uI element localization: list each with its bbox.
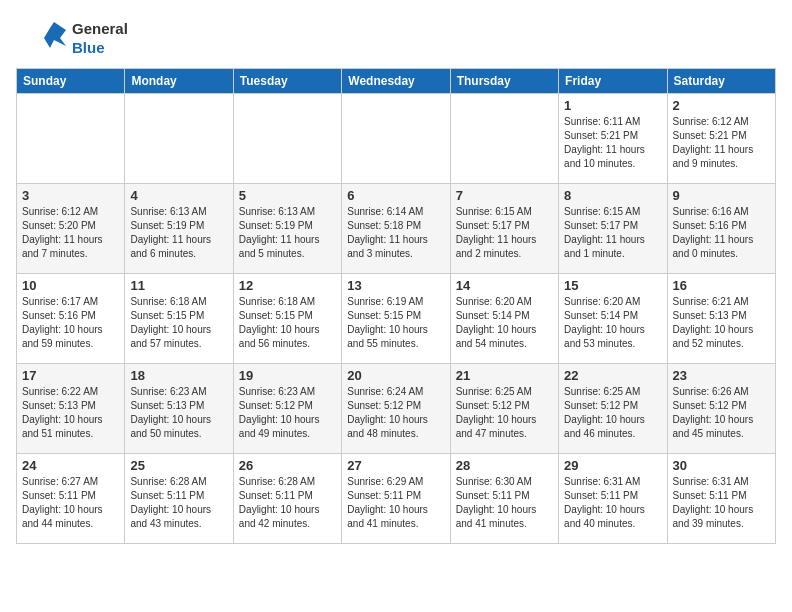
day-number: 27 <box>347 458 444 473</box>
calendar-cell: 24Sunrise: 6:27 AM Sunset: 5:11 PM Dayli… <box>17 454 125 544</box>
calendar-cell: 15Sunrise: 6:20 AM Sunset: 5:14 PM Dayli… <box>559 274 667 364</box>
weekday-saturday: Saturday <box>667 69 775 94</box>
calendar-cell: 22Sunrise: 6:25 AM Sunset: 5:12 PM Dayli… <box>559 364 667 454</box>
calendar-cell: 11Sunrise: 6:18 AM Sunset: 5:15 PM Dayli… <box>125 274 233 364</box>
weekday-monday: Monday <box>125 69 233 94</box>
day-number: 14 <box>456 278 553 293</box>
day-number: 12 <box>239 278 336 293</box>
calendar-week-5: 24Sunrise: 6:27 AM Sunset: 5:11 PM Dayli… <box>17 454 776 544</box>
calendar-cell: 7Sunrise: 6:15 AM Sunset: 5:17 PM Daylig… <box>450 184 558 274</box>
calendar-cell: 25Sunrise: 6:28 AM Sunset: 5:11 PM Dayli… <box>125 454 233 544</box>
logo: GeneralBlue <box>16 16 128 60</box>
day-number: 5 <box>239 188 336 203</box>
day-info: Sunrise: 6:20 AM Sunset: 5:14 PM Dayligh… <box>456 295 553 351</box>
day-info: Sunrise: 6:29 AM Sunset: 5:11 PM Dayligh… <box>347 475 444 531</box>
day-info: Sunrise: 6:12 AM Sunset: 5:20 PM Dayligh… <box>22 205 119 261</box>
day-number: 8 <box>564 188 661 203</box>
day-info: Sunrise: 6:25 AM Sunset: 5:12 PM Dayligh… <box>564 385 661 441</box>
calendar-cell <box>17 94 125 184</box>
logo-blue: Blue <box>72 38 128 58</box>
day-info: Sunrise: 6:18 AM Sunset: 5:15 PM Dayligh… <box>239 295 336 351</box>
weekday-header-row: SundayMondayTuesdayWednesdayThursdayFrid… <box>17 69 776 94</box>
calendar-cell: 14Sunrise: 6:20 AM Sunset: 5:14 PM Dayli… <box>450 274 558 364</box>
day-number: 28 <box>456 458 553 473</box>
day-info: Sunrise: 6:17 AM Sunset: 5:16 PM Dayligh… <box>22 295 119 351</box>
day-info: Sunrise: 6:15 AM Sunset: 5:17 PM Dayligh… <box>564 205 661 261</box>
day-info: Sunrise: 6:22 AM Sunset: 5:13 PM Dayligh… <box>22 385 119 441</box>
svg-marker-0 <box>44 22 66 48</box>
day-number: 9 <box>673 188 770 203</box>
calendar-week-4: 17Sunrise: 6:22 AM Sunset: 5:13 PM Dayli… <box>17 364 776 454</box>
day-number: 26 <box>239 458 336 473</box>
calendar-week-1: 1Sunrise: 6:11 AM Sunset: 5:21 PM Daylig… <box>17 94 776 184</box>
day-number: 20 <box>347 368 444 383</box>
calendar-week-2: 3Sunrise: 6:12 AM Sunset: 5:20 PM Daylig… <box>17 184 776 274</box>
day-number: 30 <box>673 458 770 473</box>
day-number: 19 <box>239 368 336 383</box>
day-info: Sunrise: 6:16 AM Sunset: 5:16 PM Dayligh… <box>673 205 770 261</box>
day-info: Sunrise: 6:26 AM Sunset: 5:12 PM Dayligh… <box>673 385 770 441</box>
weekday-thursday: Thursday <box>450 69 558 94</box>
page-header: GeneralBlue <box>16 16 776 60</box>
day-info: Sunrise: 6:20 AM Sunset: 5:14 PM Dayligh… <box>564 295 661 351</box>
day-number: 1 <box>564 98 661 113</box>
calendar-cell: 3Sunrise: 6:12 AM Sunset: 5:20 PM Daylig… <box>17 184 125 274</box>
day-info: Sunrise: 6:23 AM Sunset: 5:13 PM Dayligh… <box>130 385 227 441</box>
calendar-cell: 16Sunrise: 6:21 AM Sunset: 5:13 PM Dayli… <box>667 274 775 364</box>
calendar-cell: 8Sunrise: 6:15 AM Sunset: 5:17 PM Daylig… <box>559 184 667 274</box>
day-info: Sunrise: 6:31 AM Sunset: 5:11 PM Dayligh… <box>673 475 770 531</box>
day-number: 15 <box>564 278 661 293</box>
day-info: Sunrise: 6:25 AM Sunset: 5:12 PM Dayligh… <box>456 385 553 441</box>
weekday-wednesday: Wednesday <box>342 69 450 94</box>
day-info: Sunrise: 6:31 AM Sunset: 5:11 PM Dayligh… <box>564 475 661 531</box>
calendar-cell: 6Sunrise: 6:14 AM Sunset: 5:18 PM Daylig… <box>342 184 450 274</box>
day-info: Sunrise: 6:19 AM Sunset: 5:15 PM Dayligh… <box>347 295 444 351</box>
calendar-cell: 28Sunrise: 6:30 AM Sunset: 5:11 PM Dayli… <box>450 454 558 544</box>
weekday-tuesday: Tuesday <box>233 69 341 94</box>
calendar-cell: 29Sunrise: 6:31 AM Sunset: 5:11 PM Dayli… <box>559 454 667 544</box>
weekday-sunday: Sunday <box>17 69 125 94</box>
day-info: Sunrise: 6:14 AM Sunset: 5:18 PM Dayligh… <box>347 205 444 261</box>
day-number: 18 <box>130 368 227 383</box>
day-number: 3 <box>22 188 119 203</box>
day-info: Sunrise: 6:23 AM Sunset: 5:12 PM Dayligh… <box>239 385 336 441</box>
calendar-cell: 9Sunrise: 6:16 AM Sunset: 5:16 PM Daylig… <box>667 184 775 274</box>
day-number: 24 <box>22 458 119 473</box>
day-info: Sunrise: 6:12 AM Sunset: 5:21 PM Dayligh… <box>673 115 770 171</box>
calendar-cell: 13Sunrise: 6:19 AM Sunset: 5:15 PM Dayli… <box>342 274 450 364</box>
day-number: 13 <box>347 278 444 293</box>
calendar-cell: 5Sunrise: 6:13 AM Sunset: 5:19 PM Daylig… <box>233 184 341 274</box>
day-number: 10 <box>22 278 119 293</box>
day-number: 11 <box>130 278 227 293</box>
calendar-cell: 2Sunrise: 6:12 AM Sunset: 5:21 PM Daylig… <box>667 94 775 184</box>
calendar-cell: 27Sunrise: 6:29 AM Sunset: 5:11 PM Dayli… <box>342 454 450 544</box>
day-info: Sunrise: 6:15 AM Sunset: 5:17 PM Dayligh… <box>456 205 553 261</box>
calendar-cell: 30Sunrise: 6:31 AM Sunset: 5:11 PM Dayli… <box>667 454 775 544</box>
day-info: Sunrise: 6:13 AM Sunset: 5:19 PM Dayligh… <box>130 205 227 261</box>
day-number: 7 <box>456 188 553 203</box>
calendar-cell: 10Sunrise: 6:17 AM Sunset: 5:16 PM Dayli… <box>17 274 125 364</box>
calendar-cell: 26Sunrise: 6:28 AM Sunset: 5:11 PM Dayli… <box>233 454 341 544</box>
logo-general: General <box>72 19 128 39</box>
calendar-cell: 20Sunrise: 6:24 AM Sunset: 5:12 PM Dayli… <box>342 364 450 454</box>
day-info: Sunrise: 6:28 AM Sunset: 5:11 PM Dayligh… <box>239 475 336 531</box>
day-number: 22 <box>564 368 661 383</box>
day-info: Sunrise: 6:27 AM Sunset: 5:11 PM Dayligh… <box>22 475 119 531</box>
calendar-cell <box>233 94 341 184</box>
day-info: Sunrise: 6:21 AM Sunset: 5:13 PM Dayligh… <box>673 295 770 351</box>
calendar-cell <box>342 94 450 184</box>
calendar-cell: 18Sunrise: 6:23 AM Sunset: 5:13 PM Dayli… <box>125 364 233 454</box>
calendar-body: 1Sunrise: 6:11 AM Sunset: 5:21 PM Daylig… <box>17 94 776 544</box>
day-number: 2 <box>673 98 770 113</box>
day-number: 29 <box>564 458 661 473</box>
calendar-cell: 17Sunrise: 6:22 AM Sunset: 5:13 PM Dayli… <box>17 364 125 454</box>
day-number: 23 <box>673 368 770 383</box>
calendar-week-3: 10Sunrise: 6:17 AM Sunset: 5:16 PM Dayli… <box>17 274 776 364</box>
day-number: 17 <box>22 368 119 383</box>
calendar-cell <box>125 94 233 184</box>
calendar-cell: 19Sunrise: 6:23 AM Sunset: 5:12 PM Dayli… <box>233 364 341 454</box>
day-number: 6 <box>347 188 444 203</box>
logo-svg <box>16 16 66 60</box>
calendar-table: SundayMondayTuesdayWednesdayThursdayFrid… <box>16 68 776 544</box>
day-info: Sunrise: 6:13 AM Sunset: 5:19 PM Dayligh… <box>239 205 336 261</box>
